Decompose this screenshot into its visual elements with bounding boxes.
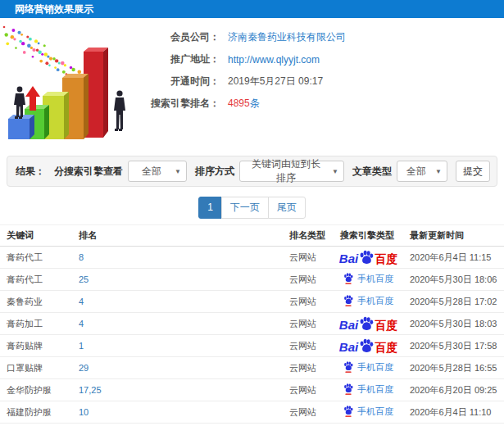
sort-label: 排序方式	[195, 165, 234, 179]
baidu-paw-icon	[343, 405, 353, 418]
rank-type-cell: 云网站	[283, 313, 334, 335]
rank-link[interactable]: 17,25	[79, 385, 102, 395]
article-type-select[interactable]: 全部 ▼	[397, 161, 447, 182]
filter-controls: 分搜索引擎查看 全部 ▼ 排序方式 关键词由短到长排序 ▼ 文章类型 全部 ▼ …	[46, 161, 490, 182]
article-type-label: 文章类型	[352, 165, 392, 179]
rank-cell: 1	[72, 335, 283, 357]
next-page-button[interactable]: 下一页	[221, 197, 269, 219]
rank-count-suffix: 条	[250, 97, 260, 109]
mobile-baidu-logo[interactable]: 手机百度	[343, 272, 393, 285]
baidu-paw-icon	[359, 316, 374, 331]
updated-cell: 2020年5月28日 16:55	[403, 357, 504, 379]
mobile-baidu-label: 手机百度	[357, 295, 393, 307]
engine-type-cell: Bai百度	[334, 247, 403, 269]
open-time-value: 2019年5月27日 09:17	[228, 75, 323, 88]
promo-url-label: 推广地址：	[138, 52, 220, 66]
rank-type-cell	[283, 424, 334, 426]
company-name-link[interactable]: 济南秦鲁药业科技有限公司	[228, 30, 346, 44]
page: 网络营销效果展示	[0, 0, 504, 426]
keyword-cell	[0, 424, 72, 426]
rank-type-cell: 云网站	[283, 335, 334, 357]
col-rank: 排名	[72, 225, 283, 247]
rank-link[interactable]: 8	[79, 252, 84, 262]
engine-type-cell: Bai百度	[334, 424, 403, 426]
rank-link[interactable]: 25	[79, 274, 89, 284]
baidu-paw-icon	[359, 338, 374, 353]
page-1-button[interactable]: 1	[198, 197, 222, 219]
mobile-baidu-logo[interactable]: 手机百度	[343, 405, 393, 418]
engine-rank-value: 4895条	[228, 97, 260, 111]
baidu-logo[interactable]: Bai百度	[339, 338, 397, 353]
rank-cell: 29	[72, 357, 283, 379]
baidu-logo[interactable]: Bai百度	[339, 250, 397, 265]
chevron-down-icon: ▼	[332, 168, 338, 175]
company-label: 会员公司：	[138, 30, 220, 44]
engine-view-label: 分搜索引擎查看	[54, 165, 123, 179]
baidu-paw-icon	[343, 294, 353, 307]
mobile-baidu-logo[interactable]: 手机百度	[343, 383, 393, 396]
rank-link[interactable]: 1	[79, 341, 84, 351]
rank-link[interactable]: 29	[79, 363, 89, 373]
keyword-cell: 膏药代工	[0, 269, 72, 291]
baidu-paw-icon	[343, 272, 353, 285]
table-header-row: 关键词 排名 排名类型 搜索引擎类型 最新更新时间	[0, 225, 504, 247]
keyword-cell: 口罩贴牌	[0, 357, 72, 379]
table-row: 膏药贴牌1云网站Bai百度2020年5月30日 17:58	[0, 335, 504, 357]
rank-cell: 10	[72, 401, 283, 424]
table-row: 膏药代工8云网站Bai百度2020年6月4日 11:15	[0, 247, 504, 269]
engine-filter-select[interactable]: 全部 ▼	[128, 161, 187, 182]
mobile-baidu-label: 手机百度	[357, 406, 393, 418]
businessman-right	[114, 90, 125, 131]
updated-cell: 2020年6月4日 11:15	[403, 247, 504, 269]
baidu-logo[interactable]: Bai百度	[339, 316, 397, 331]
engine-type-cell: Bai百度	[334, 335, 403, 357]
chevron-down-icon: ▼	[175, 168, 181, 175]
keyword-cell: 秦鲁药业	[0, 291, 72, 313]
keyword-cell: 金华防护服	[0, 379, 72, 401]
rank-type-cell: 云网站	[283, 357, 334, 379]
updated-cell: 2020年5月30日 18:06	[403, 269, 504, 291]
table-row: 福建防护服10云网站手机百度2020年6月4日 11:10	[0, 401, 504, 424]
keyword-cell: 膏药加工	[0, 313, 72, 335]
updated-cell: 2020年6月4日 11:10	[403, 401, 504, 424]
baidu-logo-bai: Bai	[339, 319, 358, 331]
updated-cell: 2020年5月28日 17:02	[403, 291, 504, 313]
chevron-down-icon: ▼	[435, 168, 442, 175]
rank-cell: 17,25	[72, 379, 283, 401]
table-row: 秦鲁药业4云网站手机百度2020年5月28日 17:02	[0, 291, 504, 313]
info-row-url: 推广地址： http://www.qlyyjt.com	[138, 48, 408, 70]
mobile-baidu-logo[interactable]: 手机百度	[343, 360, 393, 374]
sort-select[interactable]: 关键词由短到长排序 ▼	[239, 161, 344, 182]
engine-type-cell: 手机百度	[334, 269, 403, 291]
rank-link[interactable]: 4	[79, 297, 84, 306]
submit-button[interactable]: 提交	[456, 161, 490, 182]
rank-type-cell: 云网站	[283, 379, 334, 401]
engine-type-cell: 手机百度	[334, 357, 403, 379]
engine-type-cell: Bai百度	[334, 313, 403, 335]
baidu-paw-icon	[343, 383, 353, 396]
engine-filter-value: 全部	[134, 165, 170, 179]
keyword-cell: 膏药代工	[0, 247, 72, 269]
last-page-button[interactable]: 尾页	[268, 197, 306, 219]
sort-value: 关键词由短到长排序	[245, 157, 327, 185]
mobile-baidu-label: 手机百度	[357, 273, 393, 285]
marketing-chart-graphic	[2, 25, 149, 149]
keyword-cell: 膏药贴牌	[0, 335, 72, 357]
info-row-opened: 开通时间： 2019年5月27日 09:17	[138, 70, 408, 93]
updated-cell: 2020年5月30日 17:58	[403, 335, 504, 357]
engine-type-cell: 手机百度	[334, 379, 403, 401]
updated-cell: 2020年6月20日 09:25	[403, 379, 504, 401]
updated-cell: 2020年5月30日 18:03	[403, 313, 504, 335]
member-info: 会员公司： 济南秦鲁药业科技有限公司 推广地址： http://www.qlyy…	[138, 26, 408, 115]
updated-cell	[403, 424, 504, 426]
rank-link[interactable]: 10	[79, 407, 89, 417]
rank-cell: 8	[72, 247, 283, 269]
table-row: 膏药代工25云网站手机百度2020年5月30日 18:06	[0, 269, 504, 291]
table-row: 金华防护服17,25云网站手机百度2020年6月20日 09:25	[0, 379, 504, 401]
baidu-logo-bai: Bai	[339, 252, 358, 265]
mobile-baidu-logo[interactable]: 手机百度	[343, 294, 393, 307]
rank-link[interactable]: 4	[79, 319, 84, 329]
promo-url-link[interactable]: http://www.qlyyjt.com	[228, 54, 320, 66]
keyword-cell: 福建防护服	[0, 401, 72, 424]
window-title-bar: 网络营销效果展示	[0, 0, 504, 18]
